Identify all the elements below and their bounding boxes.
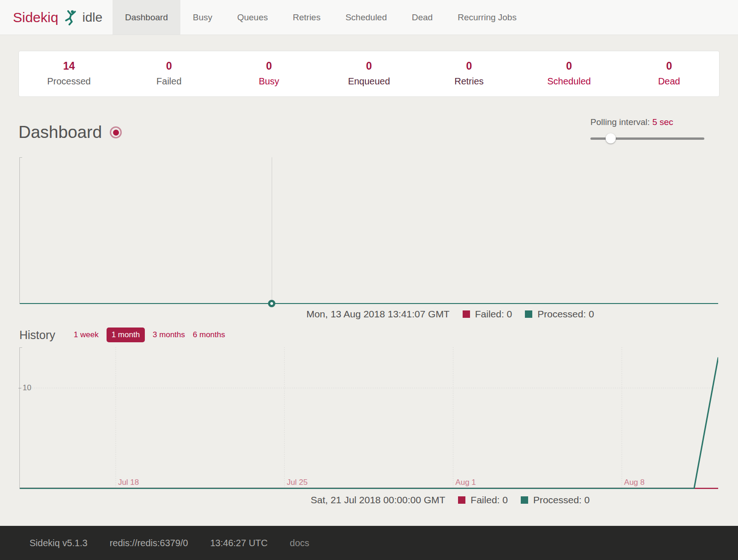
range-3-months[interactable]: 3 months bbox=[153, 330, 185, 340]
history-title: History bbox=[19, 328, 55, 342]
tab-scheduled[interactable]: Scheduled bbox=[333, 0, 399, 35]
top-navbar: Sidekiq idle Dashboard Busy Queues bbox=[0, 0, 738, 35]
tab-busy[interactable]: Busy bbox=[180, 0, 225, 35]
stat-busy-link[interactable]: Busy bbox=[219, 76, 319, 87]
stat-processed-value: 14 bbox=[19, 60, 119, 72]
runner-icon bbox=[64, 10, 77, 25]
nav-tabs: Dashboard Busy Queues Retries Scheduled … bbox=[113, 0, 529, 35]
history-x-tick-jul18: Jul 18 bbox=[118, 478, 139, 487]
tab-queues[interactable]: Queues bbox=[225, 0, 280, 35]
history-y-tick-label: 10 bbox=[18, 383, 31, 393]
range-1-month[interactable]: 1 month bbox=[107, 328, 145, 342]
tab-dead[interactable]: Dead bbox=[399, 0, 445, 35]
history-x-tick-jul25: Jul 25 bbox=[287, 478, 308, 487]
realtime-marker-dot bbox=[268, 300, 275, 307]
stat-retries-value: 0 bbox=[419, 60, 519, 72]
dashboard-header-row: Dashboard Polling interval: 5 sec bbox=[18, 123, 704, 143]
sidekiq-logo-link[interactable]: Sidekiq bbox=[13, 10, 58, 25]
history-y-axis bbox=[19, 347, 20, 489]
history-graph[interactable]: 10 Jul 18 Jul 25 Aug 1 Aug 8 bbox=[19, 347, 718, 489]
stat-retries-link[interactable]: Retries bbox=[419, 76, 519, 87]
tab-dashboard[interactable]: Dashboard bbox=[113, 0, 180, 35]
page-title: Dashboard bbox=[18, 123, 122, 142]
history-legend-timestamp: Sat, 21 Jul 2018 00:00:00 GMT bbox=[311, 494, 446, 506]
realtime-legend: Mon, 13 Aug 2018 13:41:07 GMT Failed: 0 … bbox=[0, 309, 738, 320]
realtime-y-axis bbox=[19, 157, 20, 304]
slider-thumb[interactable] bbox=[606, 133, 616, 143]
realtime-legend-failed: Failed: 0 bbox=[463, 309, 512, 320]
stat-processed-label: Processed bbox=[19, 76, 119, 87]
footer-docs-link[interactable]: docs bbox=[290, 538, 309, 548]
realtime-legend-processed: Processed: 0 bbox=[525, 309, 594, 320]
failed-swatch-icon bbox=[463, 310, 470, 318]
live-beacon-icon bbox=[110, 126, 122, 138]
y-tick-mark bbox=[18, 388, 21, 388]
history-x-tick-aug8: Aug 8 bbox=[624, 478, 644, 487]
tab-retries[interactable]: Retries bbox=[280, 0, 333, 35]
history-header: History 1 week 1 month 3 months 6 months bbox=[19, 327, 720, 343]
stat-dead: 0 Dead bbox=[619, 60, 719, 87]
footer-version: Sidekiq v5.1.3 bbox=[30, 538, 88, 548]
failed-swatch-icon bbox=[458, 496, 465, 504]
stat-failed-label: Failed bbox=[119, 76, 219, 87]
polling-interval-label: Polling interval: 5 sec bbox=[590, 117, 704, 127]
stat-processed: 14 Processed bbox=[19, 60, 119, 87]
stat-scheduled-value: 0 bbox=[519, 60, 619, 72]
stat-scheduled: 0 Scheduled bbox=[519, 60, 619, 87]
sidekiq-dashboard-page: Sidekiq idle Dashboard Busy Queues bbox=[0, 0, 738, 560]
stat-failed-value: 0 bbox=[119, 60, 219, 72]
brand-area: Sidekiq idle bbox=[0, 0, 113, 35]
stat-busy: 0 Busy bbox=[219, 60, 319, 87]
history-legend-processed: Processed: 0 bbox=[521, 494, 590, 506]
stat-enqueued-link[interactable]: Enqueued bbox=[319, 76, 419, 87]
tab-recurring-jobs[interactable]: Recurring Jobs bbox=[445, 0, 529, 35]
status-text: idle bbox=[82, 10, 102, 25]
realtime-graph-svg bbox=[19, 157, 718, 304]
history-graph-svg bbox=[19, 347, 718, 489]
history-legend: Sat, 21 Jul 2018 00:00:00 GMT Failed: 0 … bbox=[0, 494, 738, 506]
polling-interval-value-link[interactable]: 5 sec bbox=[652, 117, 673, 127]
stat-busy-value: 0 bbox=[219, 60, 319, 72]
stat-enqueued-value: 0 bbox=[319, 60, 419, 72]
footer: Sidekiq v5.1.3 redis://redis:6379/0 13:4… bbox=[0, 526, 738, 560]
footer-redis-url: redis://redis:6379/0 bbox=[110, 538, 188, 548]
range-1-week[interactable]: 1 week bbox=[74, 330, 99, 340]
stats-summary-card: 14 Processed 0 Failed 0 Busy 0 Enqueued … bbox=[18, 51, 720, 97]
realtime-hover-cursor bbox=[272, 157, 272, 304]
stat-failed: 0 Failed bbox=[119, 60, 219, 87]
polling-interval-control: Polling interval: 5 sec bbox=[590, 117, 704, 143]
stat-enqueued: 0 Enqueued bbox=[319, 60, 419, 87]
stat-scheduled-link[interactable]: Scheduled bbox=[519, 76, 619, 87]
stat-retries: 0 Retries bbox=[419, 60, 519, 87]
range-6-months[interactable]: 6 months bbox=[193, 330, 225, 340]
polling-interval-slider[interactable] bbox=[590, 133, 704, 143]
page-title-text: Dashboard bbox=[18, 123, 102, 142]
footer-server-time: 13:46:27 UTC bbox=[210, 538, 268, 548]
stat-dead-link[interactable]: Dead bbox=[619, 76, 719, 87]
realtime-graph[interactable] bbox=[19, 157, 718, 304]
history-legend-failed: Failed: 0 bbox=[458, 494, 508, 506]
history-x-tick-aug1: Aug 1 bbox=[455, 478, 476, 487]
processed-swatch-icon bbox=[525, 310, 532, 318]
realtime-legend-timestamp: Mon, 13 Aug 2018 13:41:07 GMT bbox=[306, 309, 450, 320]
processed-swatch-icon bbox=[521, 496, 528, 504]
stat-dead-value: 0 bbox=[619, 60, 719, 72]
